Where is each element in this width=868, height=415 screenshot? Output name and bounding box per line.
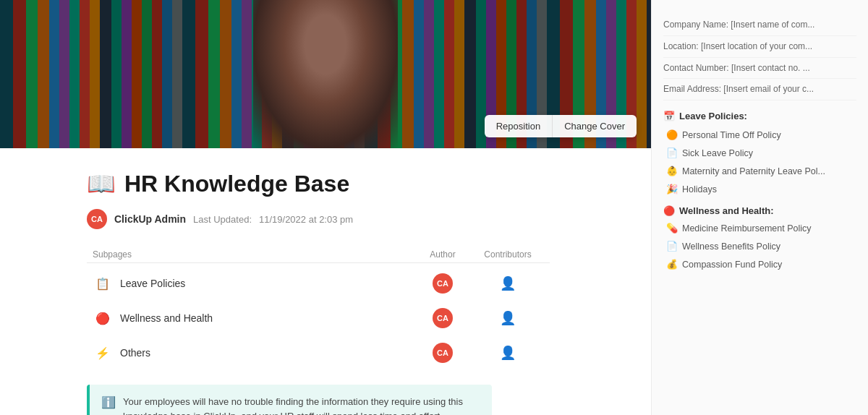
leave-section-icon: 📅: [663, 111, 675, 121]
info-text: Your employees will have no trouble find…: [123, 395, 480, 415]
row-author-others: CA: [414, 343, 472, 363]
last-updated-label: Last Updated:: [193, 214, 252, 225]
row-author-wellness: CA: [414, 308, 472, 328]
maternity-icon: 👶: [666, 166, 678, 176]
row-icon-wellness: 🔴: [93, 308, 113, 328]
compassion-label: Compassion Fund Policy: [682, 260, 782, 270]
compassion-icon: 💰: [666, 259, 678, 270]
meta-row: CA ClickUp Admin Last Updated: 11/19/202…: [87, 209, 622, 229]
page-icon: 📖: [87, 170, 116, 197]
page-title-area: 📖 HR Knowledge Base: [87, 170, 622, 197]
sidebar-nav-sick[interactable]: 📄 Sick Leave Policy: [663, 144, 856, 162]
row-contributor-wellness: 👤: [472, 310, 544, 326]
page-content: 📖 HR Knowledge Base CA ClickUp Admin Las…: [0, 148, 651, 415]
col-contributors-header: Contributors: [472, 249, 544, 260]
leave-section-label: Leave Policies:: [679, 111, 747, 121]
medicine-icon: 💊: [666, 223, 678, 234]
info-box: ℹ️ Your employees will have no trouble f…: [87, 385, 492, 415]
avatar: CA: [87, 209, 107, 229]
col-author-header: Author: [414, 249, 472, 260]
row-name-leave: Leave Policies: [120, 278, 414, 289]
holidays-icon: 🎉: [666, 184, 678, 194]
table-row[interactable]: 📋 Leave Policies CA 👤: [87, 266, 550, 301]
sick-icon: 📄: [666, 147, 678, 158]
sidebar-wellness-section-title: 🔴 Wellness and Health:: [663, 205, 856, 216]
row-icon-leave: 📋: [93, 273, 113, 294]
wellness-benefits-icon: 📄: [666, 241, 678, 252]
author-name: ClickUp Admin: [114, 213, 186, 225]
row-name-wellness: Wellness and Health: [120, 312, 414, 324]
right-sidebar: Company Name: [Insert name of com... Loc…: [651, 0, 868, 415]
col-subpages-header: Subpages: [93, 249, 414, 260]
avatar-ca-others: CA: [433, 343, 453, 363]
maternity-label: Maternity and Paternity Leave Pol...: [682, 166, 825, 176]
person-silhouette: [253, 0, 398, 148]
last-updated-value: 11/19/2022 at 2:03 pm: [259, 214, 353, 225]
medicine-label: Medicine Reimbursement Policy: [682, 223, 812, 234]
contributor-icon: 👤: [500, 310, 516, 326]
wellness-section-label: Wellness and Health:: [679, 205, 774, 216]
change-cover-button[interactable]: Change Cover: [553, 115, 637, 137]
hero-controls: Reposition Change Cover: [485, 115, 637, 137]
main-content: Reposition Change Cover 📖 HR Knowledge B…: [0, 0, 651, 415]
row-contributor-others: 👤: [472, 345, 544, 361]
pto-label: Personal Time Off Policy: [682, 130, 781, 140]
wellness-section-icon: 🔴: [663, 205, 675, 216]
subpages-table: Subpages Author Contributors 📋 Leave Pol…: [87, 247, 550, 370]
sidebar-nav-medicine[interactable]: 💊 Medicine Reimbursement Policy: [663, 219, 856, 237]
table-header: Subpages Author Contributors: [87, 247, 550, 263]
contributor-icon: 👤: [500, 275, 516, 291]
sidebar-contact: Contact Number: [Insert contact no. ...: [663, 58, 856, 80]
sidebar-location: Location: [Insert location of your com..…: [663, 36, 856, 58]
sidebar-email: Email Address: [Insert email of your c..…: [663, 79, 856, 100]
table-row[interactable]: ⚡ Others CA 👤: [87, 335, 550, 370]
row-author-leave: CA: [414, 273, 472, 294]
sidebar-nav-compassion[interactable]: 💰 Compassion Fund Policy: [663, 255, 856, 273]
holidays-label: Holidays: [682, 184, 717, 194]
sidebar-nav-pto[interactable]: 🟠 Personal Time Off Policy: [663, 126, 856, 144]
info-icon: ℹ️: [101, 395, 116, 415]
row-icon-others: ⚡: [93, 343, 113, 363]
sidebar-company-name: Company Name: [Insert name of com...: [663, 14, 856, 36]
sidebar-leave-section-title: 📅 Leave Policies:: [663, 111, 856, 121]
sidebar-nav-holidays[interactable]: 🎉 Holidays: [663, 180, 856, 198]
page-title: HR Knowledge Base: [124, 171, 349, 197]
row-name-others: Others: [120, 347, 414, 359]
row-contributor-leave: 👤: [472, 275, 544, 291]
reposition-button[interactable]: Reposition: [485, 115, 553, 137]
avatar-ca-leave: CA: [433, 273, 453, 294]
table-row[interactable]: 🔴 Wellness and Health CA 👤: [87, 301, 550, 335]
wellness-benefits-label: Wellness Benefits Policy: [682, 241, 780, 252]
pto-icon: 🟠: [666, 129, 678, 140]
sidebar-nav-maternity[interactable]: 👶 Maternity and Paternity Leave Pol...: [663, 162, 856, 180]
sick-label: Sick Leave Policy: [682, 148, 753, 158]
avatar-ca-wellness: CA: [433, 308, 453, 328]
hero-cover: Reposition Change Cover: [0, 0, 651, 148]
sidebar-nav-wellness-benefits[interactable]: 📄 Wellness Benefits Policy: [663, 237, 856, 255]
contributor-icon: 👤: [500, 345, 516, 361]
